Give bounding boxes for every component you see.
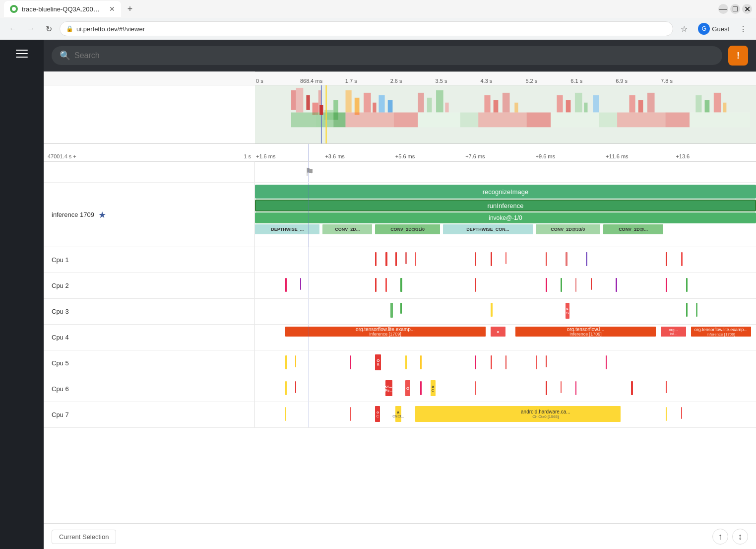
minimize-button[interactable]: — — [718, 4, 728, 14]
conv2d-bar-1[interactable]: CONV_2D... — [322, 224, 373, 234]
cpu5-bar-3[interactable] — [350, 355, 351, 369]
cpu6-bar-6[interactable] — [561, 381, 562, 393]
cpu2-bar-11[interactable] — [616, 278, 617, 292]
depthwise-bar-2[interactable]: DEPTHWISE_CON... — [443, 224, 533, 234]
cpu7-bar-3[interactable] — [666, 407, 667, 421]
cpu4-bar-org[interactable]: org... inf... — [661, 327, 686, 337]
conv2d-bar-2[interactable]: CONV_2D@31/0 — [375, 224, 440, 234]
cpu6-bar-8[interactable] — [631, 381, 633, 395]
cpu5-bar-4[interactable] — [405, 355, 407, 369]
cpu6-bar-a[interactable]: a C — [431, 380, 436, 396]
invoke-bar[interactable]: invoke@-1/0 — [255, 212, 756, 223]
cpu1-bar-2[interactable] — [385, 252, 387, 266]
cpu6-bar-2[interactable] — [295, 381, 296, 393]
address-bar[interactable]: 🔒 ui.perfetto.dev/#!/viewer — [60, 21, 673, 36]
cpu2-bar-7[interactable] — [546, 278, 547, 292]
forward-button[interactable]: → — [24, 22, 38, 36]
cpu6-bar-4[interactable] — [475, 381, 476, 395]
cpu7-bar-4[interactable] — [681, 407, 682, 419]
cpu7-bar-1[interactable] — [285, 407, 286, 421]
cpu5-bar-o[interactable]: O R — [375, 354, 381, 370]
cpu5-bar-1[interactable] — [285, 355, 287, 369]
bookmarks-icon[interactable]: ☆ — [677, 22, 691, 36]
cpu6-bar-1[interactable] — [285, 381, 287, 395]
cpu3-bar-3[interactable] — [491, 303, 493, 317]
cpu5-bar-10[interactable] — [546, 355, 547, 367]
cpu3-bar-2[interactable] — [400, 303, 402, 314]
run-inference-bar[interactable]: runInference — [255, 200, 756, 211]
notification-button[interactable]: ! — [728, 46, 748, 66]
inference-track-content[interactable]: recognizeImage runInference invoke@-1/0 … — [255, 183, 756, 247]
active-tab[interactable]: trace-blueline-QQ3A.200805 ✕ — [4, 1, 121, 17]
cpu2-bar-10[interactable] — [591, 278, 592, 290]
cpu2-bar-12[interactable] — [666, 278, 667, 292]
cpu3-bar-6[interactable] — [696, 303, 697, 317]
cpu1-bar-10[interactable] — [566, 252, 567, 266]
cpu6-bar-3[interactable] — [420, 381, 422, 395]
menu-button[interactable] — [12, 44, 32, 64]
cpu2-bar-6[interactable] — [475, 278, 476, 292]
cpu6-content[interactable]: or... Re... O a C — [255, 376, 756, 402]
cpu2-bar-1[interactable] — [285, 278, 287, 292]
cpu1-bar-13[interactable] — [681, 252, 683, 266]
cpu5-content[interactable]: O R — [255, 350, 756, 376]
cpu2-bar-13[interactable] — [686, 278, 688, 292]
cpu6-bar-o[interactable]: O — [405, 380, 410, 396]
reload-button[interactable]: ↻ — [42, 22, 56, 36]
close-button[interactable]: ✕ — [742, 4, 752, 14]
minimap-canvas[interactable] — [255, 85, 756, 143]
cpu3-content[interactable]: sS — [255, 299, 756, 324]
search-input[interactable] — [74, 51, 714, 60]
cpu1-bar-11[interactable] — [586, 252, 587, 266]
cpu1-bar-8[interactable] — [505, 252, 506, 264]
cpu1-bar-6[interactable] — [475, 252, 476, 266]
cpu2-bar-2[interactable] — [300, 278, 301, 290]
cpu2-bar-4[interactable] — [385, 278, 387, 292]
tab-close-button[interactable]: ✕ — [109, 5, 115, 13]
cpu4-content[interactable]: org.tensorflow.lite.examp... inference [… — [255, 325, 756, 350]
cpu5-bar-6[interactable] — [475, 355, 476, 369]
tracks-container[interactable]: inference 1709 ★ recognizeImage runInfer… — [44, 183, 756, 523]
cpu7-bar-a[interactable]: a ChiCt... — [395, 406, 401, 422]
maximize-button[interactable]: □ — [730, 4, 740, 14]
profile-button[interactable]: G Guest — [694, 21, 733, 37]
back-button[interactable]: ← — [6, 22, 20, 36]
cpu1-bar-5[interactable] — [415, 252, 416, 266]
search-input-wrapper[interactable]: 🔍 — [52, 46, 722, 65]
cpu3-bar-5[interactable] — [686, 303, 688, 317]
recognize-image-bar[interactable]: recognizeImage — [255, 185, 756, 199]
cpu5-bar-5[interactable] — [420, 355, 422, 369]
cpu1-bar-12[interactable] — [666, 252, 667, 266]
cpu6-bar-or[interactable]: or... Re... — [385, 380, 392, 396]
conv2d-bar-3[interactable]: CONV_2D@33/0 — [536, 224, 601, 234]
cpu6-bar-5[interactable] — [546, 381, 547, 395]
extensions-icon[interactable]: ⋮ — [736, 22, 750, 36]
cpu1-bar-7[interactable] — [491, 252, 492, 266]
cpu5-bar-8[interactable] — [505, 355, 506, 369]
cpu7-bar-o[interactable]: o C — [375, 406, 380, 422]
cpu6-bar-7[interactable] — [575, 381, 576, 395]
cpu2-bar-5[interactable] — [400, 278, 402, 292]
cpu5-bar-9[interactable] — [536, 355, 537, 369]
cpu4-bar-tf3[interactable]: org.tensorflow.lite.examp... inference [… — [691, 327, 751, 337]
cpu3-bar-1[interactable] — [390, 303, 393, 318]
cpu2-bar-9[interactable] — [575, 278, 576, 292]
cpu6-bar-9[interactable] — [666, 381, 667, 393]
cpu4-bar-tf1[interactable]: org.tensorflow.lite.examp... inference [… — [285, 327, 486, 337]
cpu7-bar-2[interactable] — [350, 407, 351, 421]
cpu4-bar-tf2[interactable]: org.tensorflow.l... inference [1709] — [515, 327, 656, 337]
cpu2-bar-8[interactable] — [561, 278, 562, 292]
new-tab-button[interactable]: + — [123, 2, 137, 16]
cpu4-bar-o[interactable]: o — [491, 327, 505, 337]
cpu5-bar-7[interactable] — [491, 355, 492, 369]
cpu1-bar-9[interactable] — [546, 252, 547, 266]
cpu7-content[interactable]: o C a ChiCt... andro... ChiCtx0 [1565] — [255, 402, 756, 427]
cpu3-bar-4[interactable]: sS — [566, 303, 569, 319]
cpu2-bar-3[interactable] — [375, 278, 377, 292]
cpu2-content[interactable] — [255, 273, 756, 298]
cpu1-bar-4[interactable] — [405, 252, 407, 264]
cpu1-bar-1[interactable] — [375, 252, 377, 266]
star-icon[interactable]: ★ — [98, 209, 106, 220]
expand-button[interactable]: ↕ — [732, 529, 748, 545]
depthwise-bar-1[interactable]: DEPTHWISE_... — [255, 224, 320, 234]
